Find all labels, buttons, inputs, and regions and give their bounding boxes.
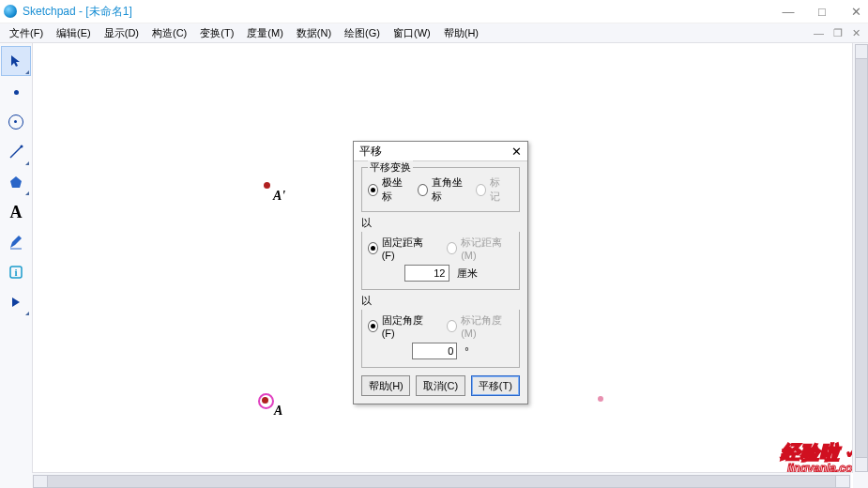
child-close-button[interactable]: ✕ — [852, 27, 860, 39]
dialog-close-button[interactable]: ✕ — [511, 145, 522, 159]
help-button[interactable]: 帮助(H) — [361, 375, 410, 396]
scroll-down-icon[interactable] — [855, 457, 868, 472]
translate-dialog: 平移 ✕ 平移变换 极坐标 直角坐标 标记 以 固定距离(F) 标记距离(M) — [353, 141, 528, 404]
window-buttons: — □ ✕ — [780, 5, 864, 19]
work-area: A i A' A 经验啦✓ jingyanla.com — [0, 43, 868, 488]
tool-polygon[interactable] — [2, 168, 30, 196]
line-icon — [8, 144, 24, 160]
tool-play[interactable] — [2, 288, 30, 316]
radio-polar[interactable] — [368, 184, 378, 196]
group-distance: 固定距离(F) 标记距离(M) 厘米 — [361, 232, 520, 290]
titlebar: Sketchpad - [未命名1] — □ ✕ — [0, 0, 868, 23]
dropdown-icon — [25, 70, 29, 74]
dropdown-icon — [25, 161, 29, 165]
scroll-thumb-h[interactable] — [47, 475, 836, 488]
radio-mark-dist — [447, 242, 457, 254]
menu-window[interactable]: 窗口(W) — [388, 24, 436, 42]
radio-fixed-angle[interactable] — [368, 320, 378, 332]
svg-point-1 — [21, 145, 23, 148]
menu-data[interactable]: 数据(N) — [291, 24, 337, 42]
tool-arrow[interactable] — [1, 46, 31, 76]
tool-text[interactable]: A — [2, 198, 30, 226]
tool-circle[interactable] — [2, 108, 30, 136]
point-aux[interactable] — [598, 396, 603, 402]
label-a: A — [274, 404, 282, 419]
scroll-up-icon[interactable] — [855, 44, 868, 59]
play-icon — [8, 295, 23, 310]
group-transform: 平移变换 极坐标 直角坐标 标记 — [361, 167, 520, 212]
svg-line-0 — [10, 146, 22, 158]
point-icon — [14, 90, 19, 95]
tool-pen[interactable] — [2, 228, 30, 256]
scroll-right-icon[interactable] — [835, 475, 850, 488]
scrollbar-vertical[interactable] — [852, 43, 868, 473]
circle-icon — [8, 114, 23, 130]
child-maximize-button[interactable]: ❐ — [833, 27, 843, 39]
menu-file[interactable]: 文件(F) — [4, 24, 49, 42]
radio-cartesian-label: 直角坐标 — [432, 175, 464, 204]
menu-construct[interactable]: 构造(C) — [146, 24, 192, 42]
radio-mark-angle — [447, 320, 457, 332]
tool-point[interactable] — [2, 78, 30, 106]
svg-marker-6 — [12, 297, 20, 307]
scrollbar-horizontal[interactable] — [32, 472, 851, 488]
watermark-text: 经验啦 — [781, 442, 840, 463]
app-icon — [4, 5, 17, 18]
point-a[interactable] — [262, 397, 268, 404]
distance-input[interactable] — [404, 265, 449, 282]
svg-text:i: i — [14, 267, 17, 278]
menu-graph[interactable]: 绘图(G) — [339, 24, 386, 42]
menu-transform[interactable]: 变换(T) — [194, 24, 239, 42]
radio-mark — [476, 184, 486, 196]
dialog-title: 平移 — [359, 144, 511, 160]
text-icon: A — [10, 203, 23, 222]
polygon-icon — [8, 174, 24, 191]
menu-help[interactable]: 帮助(H) — [438, 24, 484, 42]
radio-fixed-dist[interactable] — [368, 242, 378, 254]
ok-button[interactable]: 平移(T) — [471, 375, 520, 396]
dialog-titlebar[interactable]: 平移 ✕ — [354, 142, 527, 161]
point-a-prime[interactable] — [264, 182, 270, 189]
scroll-corner — [853, 473, 868, 488]
radio-mark-label: 标记 — [490, 175, 507, 204]
radio-cartesian[interactable] — [418, 184, 428, 196]
menu-display[interactable]: 显示(D) — [99, 24, 145, 42]
app-title: Sketchpad - [未命名1] — [23, 4, 780, 20]
menu-edit[interactable]: 编辑(E) — [51, 24, 97, 42]
svg-marker-2 — [10, 176, 22, 188]
radio-fixed-angle-label: 固定角度(F) — [382, 313, 425, 339]
tool-info[interactable]: i — [2, 258, 30, 286]
radio-polar-label: 极坐标 — [382, 175, 406, 204]
by-label-1: 以 — [361, 216, 520, 230]
group-angle: 固定角度(F) 标记角度(M) ° — [361, 310, 520, 368]
pen-icon — [8, 234, 24, 251]
info-icon: i — [8, 264, 24, 281]
close-button[interactable]: ✕ — [847, 5, 864, 19]
scroll-thumb-v[interactable] — [855, 58, 868, 458]
toolbar: A i — [0, 43, 33, 488]
scroll-left-icon[interactable] — [33, 475, 48, 488]
child-minimize-button[interactable]: — — [814, 27, 824, 38]
maximize-button[interactable]: □ — [814, 5, 830, 19]
radio-fixed-dist-label: 固定距离(F) — [382, 236, 425, 261]
menubar: 文件(F) 编辑(E) 显示(D) 构造(C) 变换(T) 度量(M) 数据(N… — [0, 23, 868, 43]
radio-mark-dist-label: 标记距离(M) — [461, 236, 506, 261]
dialog-body: 平移变换 极坐标 直角坐标 标记 以 固定距离(F) 标记距离(M) 厘米 — [354, 161, 527, 404]
menu-measure[interactable]: 度量(M) — [241, 24, 289, 42]
minimize-button[interactable]: — — [780, 5, 797, 19]
distance-unit: 厘米 — [457, 267, 478, 281]
dropdown-icon — [25, 191, 29, 195]
radio-mark-angle-label: 标记角度(M) — [461, 313, 506, 339]
dialog-buttons: 帮助(H) 取消(C) 平移(T) — [361, 375, 520, 396]
by-label-2: 以 — [361, 294, 520, 308]
tool-line[interactable] — [2, 138, 30, 166]
angle-unit: ° — [464, 345, 468, 357]
cancel-button[interactable]: 取消(C) — [416, 375, 464, 396]
watermark: 经验啦✓ jingyanla.com — [781, 438, 862, 475]
group-transform-label: 平移变换 — [368, 160, 413, 175]
label-a-prime: A' — [273, 189, 285, 204]
dropdown-icon — [25, 312, 29, 315]
angle-input[interactable] — [412, 343, 457, 359]
